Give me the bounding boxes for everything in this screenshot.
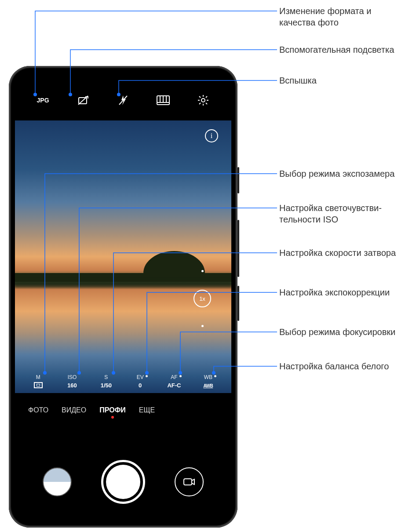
bottom-controls (15, 460, 231, 504)
flash-button[interactable] (115, 92, 131, 108)
gallery-thumbnail[interactable] (43, 467, 72, 496)
pro-shutter[interactable]: S 1/50 (95, 374, 117, 390)
pro-label: EV (129, 374, 152, 380)
callout-auxlight: Вспомогательная подсветка (279, 44, 405, 55)
switch-camera-button[interactable] (175, 467, 204, 496)
pro-value (27, 382, 50, 390)
phone-frame: JPG (9, 66, 237, 528)
zoom-slider[interactable]: 1x (194, 270, 211, 327)
pro-value: 160 (61, 382, 84, 389)
pro-label: S (95, 374, 117, 380)
metering-icon (34, 382, 43, 388)
callout-shutter: Настройка скорости затвора (279, 247, 405, 259)
pro-label: WB (197, 374, 219, 380)
pro-label: M (27, 374, 50, 380)
mode-photo[interactable]: ФОТО (28, 406, 48, 414)
mode-more[interactable]: ЕЩЕ (139, 406, 155, 414)
histogram-icon (156, 95, 170, 106)
histogram-button[interactable] (155, 92, 171, 108)
pro-label: AF (163, 374, 186, 380)
side-button (237, 220, 239, 277)
pro-af[interactable]: AF AF-C (163, 374, 186, 390)
callout-format: Изменение формата и качества фото (279, 5, 405, 28)
svg-point-8 (201, 98, 205, 102)
callout-iso: Настройка светочувстви­тельности ISO (279, 202, 405, 225)
callout-af: Выбор режима фокусировки (279, 326, 405, 338)
aux-light-off-icon (77, 94, 89, 106)
pro-value: AWB (197, 382, 219, 389)
mode-selector[interactable]: ФОТО ВИДЕО ПРОФИ ЕЩЕ (15, 406, 231, 414)
mode-label: ФОТО (28, 406, 48, 414)
flash-off-icon (117, 94, 129, 106)
mode-video[interactable]: ВИДЕО (62, 406, 86, 414)
format-button[interactable]: JPG (35, 92, 51, 108)
zoom-dot (201, 270, 204, 272)
screen: JPG (15, 72, 231, 521)
pro-value: 1/50 (95, 382, 117, 389)
info-glyph: i (211, 132, 212, 140)
callout-metering: Выбор режима экспозамера (279, 168, 405, 179)
side-button (237, 286, 239, 321)
mode-label: ЕЩЕ (139, 406, 155, 414)
pro-label: ISO (61, 374, 84, 380)
zoom-1x-button[interactable]: 1x (194, 290, 211, 307)
video-camera-icon (183, 477, 195, 487)
pro-value: AF-C (163, 382, 186, 389)
zoom-label: 1x (199, 295, 205, 302)
mode-pro[interactable]: ПРОФИ (99, 406, 126, 414)
pro-ev[interactable]: EV 0 (129, 374, 152, 390)
awb-icon: AWB (203, 383, 213, 388)
format-label: JPG (37, 97, 49, 104)
aux-light-button[interactable] (75, 92, 91, 108)
mode-label: ВИДЕО (62, 406, 86, 414)
callout-wb: Настройка баланса белого (279, 361, 405, 372)
zoom-dot (201, 325, 204, 327)
pro-iso[interactable]: ISO 160 (61, 374, 84, 390)
pro-metering[interactable]: M (27, 374, 50, 390)
gear-icon (197, 94, 209, 106)
callout-ev: Настройка экспокоррекции (279, 287, 405, 298)
mode-label: ПРОФИ (99, 406, 126, 414)
settings-button[interactable] (195, 92, 211, 108)
shutter-inner (106, 465, 140, 499)
callout-flash: Вспышка (279, 75, 405, 86)
pro-value: 0 (129, 382, 152, 389)
pro-params-row: M ISO 160 S 1/50 EV 0 AF AF-C (15, 374, 231, 390)
side-button (237, 167, 239, 193)
shutter-button[interactable] (101, 460, 145, 504)
info-button[interactable]: i (205, 129, 218, 142)
svg-rect-9 (184, 479, 192, 485)
pro-wb[interactable]: WB AWB (197, 374, 219, 390)
viewfinder[interactable]: 1x M ISO 160 S 1/50 EV (15, 120, 231, 393)
top-toolbar: JPG (15, 90, 231, 111)
